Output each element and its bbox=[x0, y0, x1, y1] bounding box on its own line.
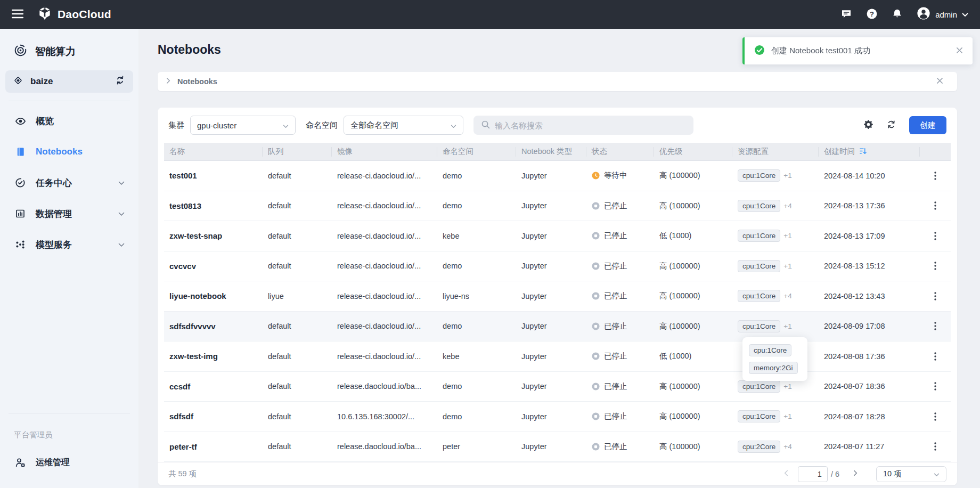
success-toast: 创建 Notebook test001 成功 bbox=[742, 37, 973, 64]
chevron-down-icon bbox=[451, 121, 456, 130]
status-stopped-icon bbox=[592, 412, 600, 420]
refresh-button[interactable] bbox=[886, 119, 896, 131]
row-actions-kebab-button[interactable] bbox=[929, 409, 942, 424]
resource-more-count[interactable]: +1 bbox=[783, 412, 791, 420]
cluster-label: 集群 bbox=[168, 120, 184, 131]
brand-name: DaoCloud bbox=[58, 8, 111, 21]
cell-actions bbox=[920, 198, 951, 213]
resource-more-count[interactable]: +4 bbox=[783, 292, 791, 300]
resource-chip: cpu:2Core bbox=[738, 441, 780, 453]
cluster-select[interactable]: gpu-cluster bbox=[190, 116, 296, 135]
row-actions-kebab-button[interactable] bbox=[929, 379, 942, 394]
cell-name[interactable]: ccsdf bbox=[164, 382, 263, 391]
notifications-button[interactable] bbox=[892, 8, 903, 21]
cell-name[interactable]: zxw-test-img bbox=[164, 352, 263, 361]
workspace-switcher[interactable]: baize bbox=[5, 70, 133, 93]
sort-descending-icon[interactable] bbox=[859, 147, 867, 157]
brand-logo[interactable]: DaoCloud bbox=[37, 5, 111, 23]
workspace-switch-icon[interactable] bbox=[115, 75, 125, 88]
cell-name[interactable]: test001 bbox=[164, 171, 263, 180]
chat-icon bbox=[840, 8, 852, 21]
create-button[interactable]: 创建 bbox=[909, 116, 946, 134]
prev-page-button[interactable] bbox=[781, 467, 790, 481]
row-actions-kebab-button[interactable] bbox=[929, 198, 942, 213]
sidebar-item-ops-management[interactable]: 运维管理 bbox=[0, 451, 138, 474]
cell-name[interactable]: zxw-test-snap bbox=[164, 231, 263, 240]
sidebar-item-data-management[interactable]: 数据管理 bbox=[0, 202, 138, 225]
row-actions-kebab-button[interactable] bbox=[929, 168, 942, 183]
cell-actions bbox=[920, 258, 951, 273]
sidebar-item-label: 模型服务 bbox=[36, 239, 72, 251]
status-label: 已停止 bbox=[604, 261, 627, 271]
resource-more-count[interactable]: +4 bbox=[783, 443, 791, 451]
sidebar-item-notebooks[interactable]: Notebooks bbox=[0, 140, 138, 164]
cell-namespace: demo bbox=[437, 382, 516, 391]
cell-name[interactable]: test0813 bbox=[164, 201, 263, 210]
cell-status: 已停止 bbox=[586, 442, 654, 452]
sidebar-item-task-center[interactable]: 任务中心 bbox=[0, 171, 138, 194]
cell-resources: cpu:2Core+4 bbox=[732, 441, 819, 453]
breadcrumb-item[interactable]: Notebooks bbox=[177, 77, 217, 86]
total-pages: / 6 bbox=[831, 470, 839, 478]
book-icon bbox=[14, 147, 27, 157]
status-label: 已停止 bbox=[604, 231, 627, 241]
cell-status: 等待中 bbox=[586, 170, 654, 181]
user-menu[interactable]: admin bbox=[917, 6, 968, 22]
row-actions-kebab-button[interactable] bbox=[929, 439, 942, 454]
settings-button[interactable] bbox=[863, 119, 873, 131]
row-actions-kebab-button[interactable] bbox=[929, 258, 942, 273]
cell-queue: default bbox=[263, 352, 332, 361]
breadcrumb-close-button[interactable] bbox=[936, 77, 943, 86]
row-actions-kebab-button[interactable] bbox=[929, 349, 942, 364]
row-actions-kebab-button[interactable] bbox=[929, 319, 942, 334]
namespace-select-value: 全部命名空间 bbox=[350, 120, 398, 131]
table-row: test0813defaultrelease-ci.daocloud.io/..… bbox=[164, 191, 951, 222]
status-stopped-icon bbox=[592, 262, 600, 270]
toolbar-actions: 创建 bbox=[863, 116, 946, 134]
main-content: Notebooks Notebooks 集群 gpu-cluster 命名空间 … bbox=[138, 29, 980, 488]
sidebar-item-overview[interactable]: 概览 bbox=[0, 109, 138, 133]
sidebar-item-label: 数据管理 bbox=[36, 208, 72, 220]
cell-name[interactable]: sdfsdfvvvvv bbox=[164, 322, 263, 331]
status-stopped-icon bbox=[592, 443, 600, 451]
search-input[interactable] bbox=[495, 121, 686, 130]
next-page-button[interactable] bbox=[851, 467, 860, 481]
resource-more-count[interactable]: +1 bbox=[783, 232, 791, 240]
cell-name[interactable]: liyue-notebook bbox=[164, 291, 263, 300]
cell-priority: 高 (100000) bbox=[654, 170, 732, 181]
resource-chip: cpu:1Core bbox=[738, 260, 780, 272]
cell-resources: cpu:1Core+4 bbox=[732, 200, 819, 212]
cell-namespace: liyue-ns bbox=[437, 292, 516, 300]
chevron-right-icon bbox=[166, 77, 171, 86]
sidebar-item-model-services[interactable]: 模型服务 bbox=[0, 233, 138, 256]
resource-more-count[interactable]: +1 bbox=[783, 383, 791, 391]
page-number-input[interactable] bbox=[798, 466, 828, 482]
messages-button[interactable] bbox=[840, 8, 852, 21]
cell-name[interactable]: cvcvcv bbox=[164, 262, 263, 271]
status-label: 已停止 bbox=[604, 351, 627, 361]
resource-more-count[interactable]: +1 bbox=[783, 322, 791, 330]
cell-namespace: demo bbox=[437, 412, 516, 421]
column-header-created-at[interactable]: 创建时间 bbox=[819, 147, 920, 157]
cell-name[interactable]: sdfsdf bbox=[164, 412, 263, 421]
row-actions-kebab-button[interactable] bbox=[929, 289, 942, 304]
resource-more-count[interactable]: +1 bbox=[783, 262, 791, 270]
sidebar-item-label: 概览 bbox=[36, 115, 54, 127]
cell-image: release-ci.daocloud.io/... bbox=[332, 322, 437, 330]
cell-actions bbox=[920, 168, 951, 183]
resource-more-count[interactable]: +1 bbox=[783, 172, 791, 180]
page-size-select[interactable]: 10 项 bbox=[876, 466, 946, 482]
namespace-select[interactable]: 全部命名空间 bbox=[344, 116, 463, 135]
row-actions-kebab-button[interactable] bbox=[929, 229, 942, 243]
top-navbar: DaoCloud ? admin bbox=[0, 0, 980, 29]
resource-more-count[interactable]: +4 bbox=[783, 202, 791, 210]
status-label: 已停止 bbox=[604, 442, 627, 452]
hamburger-menu-button[interactable] bbox=[12, 9, 23, 20]
toast-close-button[interactable] bbox=[956, 47, 963, 55]
sidebar-item-label: Notebooks bbox=[36, 147, 83, 157]
status-waiting-icon bbox=[592, 172, 600, 180]
help-button[interactable]: ? bbox=[866, 8, 878, 21]
person-gear-icon bbox=[14, 457, 27, 468]
chevron-down-icon bbox=[118, 177, 125, 188]
cell-name[interactable]: peter-tf bbox=[164, 442, 263, 451]
